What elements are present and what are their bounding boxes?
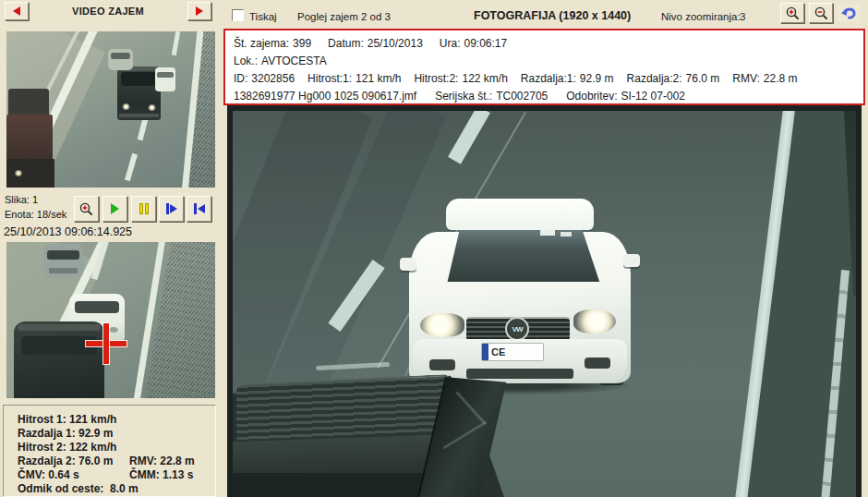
stat-row: ČMV: 0.64 sČMM: 1.13 s bbox=[18, 468, 215, 482]
lane-dash bbox=[172, 31, 180, 55]
truck-ribbed-roof bbox=[236, 374, 451, 444]
capture-info-box: Št. zajema:399 Datum:25/10/2013 Ura:09:0… bbox=[223, 29, 865, 105]
headlight-glow bbox=[122, 103, 130, 110]
headlight-glow bbox=[148, 104, 156, 111]
plate-text: CE bbox=[488, 346, 505, 358]
stat-value: Hitrost 2: 122 km/h bbox=[18, 441, 129, 455]
pause-button[interactable] bbox=[131, 196, 156, 222]
distance1-field: Razdalja:1:92.9 m bbox=[521, 70, 614, 88]
right-arrow-icon bbox=[196, 6, 203, 16]
frame-number-label: Slika: 1 bbox=[5, 194, 38, 205]
play-button[interactable] bbox=[102, 196, 127, 222]
location-field: Lok.:AVTOCESTA bbox=[234, 53, 327, 70]
undo-zoom-button[interactable] bbox=[837, 3, 861, 23]
stat-row: Hitrost 1: 121 km/h bbox=[18, 413, 215, 427]
stat-row: Razdalja 2: 76.0 mRMV: 22.8 m bbox=[18, 455, 215, 468]
headlight-glow bbox=[14, 170, 23, 176]
frame-timestamp: 25/10/2013 09:06:14.925 bbox=[4, 225, 132, 238]
silver-car bbox=[108, 49, 133, 70]
play-icon bbox=[111, 203, 119, 214]
truck-roof bbox=[227, 364, 506, 497]
approval-field: Odobritev:SI-12 07-002 bbox=[566, 88, 685, 105]
headlight bbox=[420, 313, 464, 337]
eu-strip bbox=[482, 344, 488, 360]
video-frame-2 bbox=[6, 242, 215, 398]
photo-zoom-in-button[interactable] bbox=[780, 3, 804, 23]
stat-value: Razdalja 1: 92.9 m bbox=[18, 427, 129, 441]
capture-info-line-4: 1382691977 Hg000 1025 090617.jmf Serijsk… bbox=[234, 88, 863, 105]
stat-value: Razdalja 2: 76.0 m bbox=[18, 455, 129, 468]
zoom-level-label: Nivo zoomiranja: bbox=[661, 11, 741, 22]
gray-car bbox=[43, 244, 83, 278]
lane-dash bbox=[125, 153, 138, 181]
capture-number-field: Št. zajema:399 bbox=[234, 35, 311, 53]
stat-value: Hitrost 1: 121 km/h bbox=[18, 413, 129, 427]
windshield-glare bbox=[316, 362, 390, 370]
id-field: ID:3202856 bbox=[234, 70, 295, 88]
undo-arrow-icon bbox=[840, 6, 858, 21]
headlight bbox=[573, 309, 616, 333]
speed1-field: Hitrost:1:121 km/h bbox=[307, 70, 401, 88]
video-frame-1 bbox=[6, 31, 215, 188]
speed-camera-app-window: VIDEO ZAJEM bbox=[0, 0, 868, 497]
stat-row: Odmik od ceste: 8.0 m bbox=[18, 482, 215, 496]
filename-field: 1382691977 Hg000 1025 090617.jmf bbox=[234, 88, 416, 105]
license-plate: CE bbox=[481, 343, 544, 361]
crosshair-icon bbox=[86, 323, 127, 364]
truck bbox=[6, 89, 54, 188]
lane-dash bbox=[448, 105, 490, 164]
side-mirror bbox=[400, 258, 416, 271]
measurement-stats-panel: Hitrost 1: 121 km/h Razdalja 1: 92.9 m H… bbox=[3, 405, 216, 497]
magnifier-plus-icon bbox=[78, 201, 94, 217]
photo-zoom-out-button[interactable] bbox=[809, 3, 833, 23]
skip-to-start-button[interactable] bbox=[187, 196, 211, 222]
stat-row: Razdalja 1: 92.9 m bbox=[18, 427, 215, 441]
photo-viewport[interactable]: VW CE bbox=[222, 105, 862, 497]
serial-number-field: Serijska št.:TC002705 bbox=[435, 88, 548, 105]
white-car-small bbox=[155, 67, 175, 91]
vw-badge-icon: VW bbox=[505, 317, 529, 341]
print-checkbox-label: Tiskaj bbox=[249, 11, 277, 22]
capture-info-line-3: ID:3202856 Hitrost:1:121 km/h Hitrost:2:… bbox=[234, 70, 863, 88]
dark-van bbox=[117, 67, 161, 120]
enforcement-photo: VW CE bbox=[227, 105, 862, 497]
photo-section-title: FOTOGRAFIJA (1920 x 1440) bbox=[474, 9, 631, 22]
side-mirror bbox=[623, 254, 640, 267]
speed2-field: Hitrost:2:122 km/h bbox=[414, 70, 507, 88]
magnifier-plus-icon bbox=[785, 6, 801, 21]
stat-row: Hitrost 2: 122 km/h bbox=[18, 441, 215, 455]
step-forward-icon bbox=[166, 203, 169, 214]
magnifier-minus-icon bbox=[814, 6, 829, 21]
print-checkbox[interactable] bbox=[232, 9, 244, 21]
distance2-field: Razdalja:2:76.0 m bbox=[627, 70, 720, 88]
capture-view-status: Poglej zajem 2 od 3 bbox=[297, 11, 391, 22]
time-field: Ura:09:06:17 bbox=[440, 35, 507, 53]
zoom-level-value: 3 bbox=[740, 11, 745, 22]
capture-info-line-1: Št. zajema:399 Datum:25/10/2013 Ura:09:0… bbox=[234, 35, 863, 53]
rmv-field: RMV:22.8 m bbox=[732, 70, 797, 88]
stat-value: ČMV: 0.64 s bbox=[18, 468, 129, 482]
skip-to-start-icon bbox=[194, 203, 197, 214]
date-field: Datum:25/10/2013 bbox=[328, 35, 423, 53]
next-capture-button[interactable] bbox=[187, 2, 211, 20]
video-zoom-button[interactable] bbox=[74, 196, 99, 222]
capture-info-line-2: Lok.:AVTOCESTA bbox=[234, 53, 863, 70]
stat-value: Odmik od ceste: 8.0 m bbox=[18, 482, 129, 496]
frame-rate-label: Enota: 18/sek bbox=[5, 209, 66, 220]
pause-icon bbox=[139, 203, 143, 214]
car-roof bbox=[446, 199, 594, 230]
fog-light bbox=[585, 358, 610, 369]
video-capture-panel: VIDEO ZAJEM bbox=[0, 0, 222, 497]
step-forward-button[interactable] bbox=[159, 196, 184, 222]
video-panel-title: VIDEO ZAJEM bbox=[0, 6, 216, 17]
